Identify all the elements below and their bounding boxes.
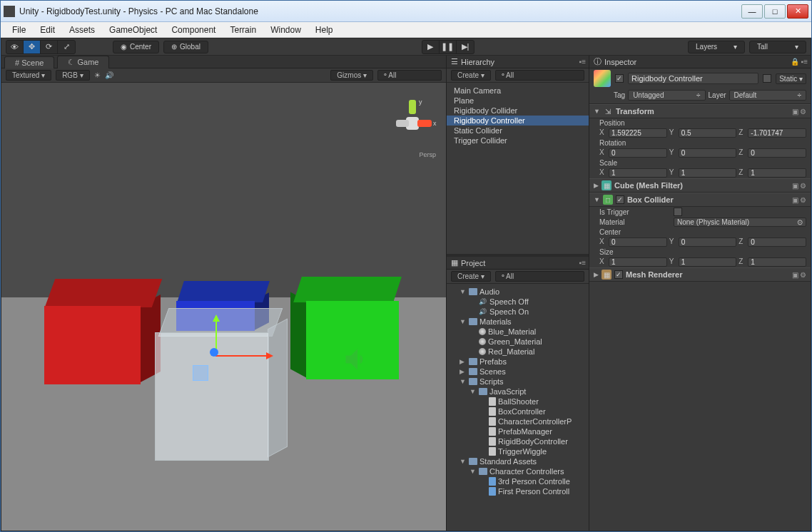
pivot-toggle[interactable]: ◉ Center <box>113 41 159 53</box>
position-y[interactable]: 0.5 <box>679 128 737 138</box>
menu-component[interactable]: Component <box>164 24 223 36</box>
boxcollider-component-header[interactable]: ▼□ ✓ Box Collider ▣ ⚙ <box>589 193 811 207</box>
project-item[interactable]: ▼Materials <box>447 317 589 327</box>
hierarchy-search[interactable]: ᵒ All <box>495 70 584 81</box>
light-toggle[interactable]: ☀ <box>94 71 101 79</box>
menu-terrain[interactable]: Terrain <box>223 24 263 36</box>
move-gizmo-x[interactable] <box>215 355 271 357</box>
rotation-x[interactable]: 0 <box>609 148 667 158</box>
project-item[interactable]: TriggerWiggle <box>447 446 589 456</box>
gameobject-name-field[interactable]: Rigidbody Controller <box>628 73 758 84</box>
meshrenderer-component-header[interactable]: ▶▦ ✓ Mesh Renderer ▣ ⚙ <box>589 267 811 282</box>
tag-dropdown[interactable]: Untagged÷ <box>628 90 705 101</box>
size-x[interactable]: 1 <box>609 257 667 267</box>
project-item[interactable]: ▼Standard Assets <box>447 456 589 466</box>
menu-help[interactable]: Help <box>308 24 340 36</box>
menu-file[interactable]: File <box>5 24 33 36</box>
project-item[interactable]: 3rd Person Controlle <box>447 476 589 486</box>
move-tool[interactable]: ✥ <box>24 41 41 53</box>
meshfilter-component-header[interactable]: ▶▦ Cube (Mesh Filter) ▣ ⚙ <box>589 178 811 193</box>
menu-edit[interactable]: Edit <box>33 24 62 36</box>
audio-toggle[interactable]: 🔊 <box>105 71 113 79</box>
rotation-y[interactable]: 0 <box>679 148 737 158</box>
scale-y[interactable]: 1 <box>679 168 737 178</box>
center-z[interactable]: 0 <box>748 237 806 247</box>
project-item[interactable]: CharacterControllerP <box>447 416 589 426</box>
pause-button[interactable]: ❚❚ <box>440 41 457 53</box>
gear-icon[interactable]: ⚙ <box>800 196 806 204</box>
size-z[interactable]: 1 <box>748 257 806 267</box>
maximize-button[interactable]: □ <box>764 4 786 19</box>
help-icon[interactable]: ▣ <box>792 271 798 279</box>
project-item[interactable]: Blue_Material <box>447 327 589 337</box>
meshrenderer-enabled-checkbox[interactable]: ✓ <box>614 270 623 279</box>
project-item[interactable]: ▶Prefabs <box>447 357 589 367</box>
rotation-z[interactable]: 0 <box>748 148 806 158</box>
project-item[interactable]: BoxController <box>447 406 589 416</box>
project-item[interactable]: BallShooter <box>447 397 589 406</box>
game-tab[interactable]: ☾ Game <box>57 56 109 68</box>
hierarchy-item[interactable]: Rigidbody Collider <box>447 106 589 116</box>
position-z[interactable]: -1.701747 <box>748 128 806 138</box>
orientation-gizmo[interactable]: y x <box>387 100 437 143</box>
titlebar[interactable]: Unity - RigidbodyTest.unity - Physics - … <box>1 1 811 22</box>
hand-tool[interactable]: 👁 <box>6 41 24 53</box>
menu-gameobject[interactable]: GameObject <box>102 24 164 36</box>
gear-icon[interactable]: ⚙ <box>800 271 806 279</box>
project-item[interactable]: 🔊Speech On <box>447 307 589 317</box>
scene-search[interactable]: ᵒ All <box>377 70 442 81</box>
center-x[interactable]: 0 <box>609 237 667 247</box>
boxcollider-enabled-checkbox[interactable]: ✓ <box>616 195 624 204</box>
gizmos-dropdown[interactable]: Gizmos ▾ <box>330 70 373 81</box>
project-item[interactable]: First Person Controll <box>447 486 589 496</box>
static-checkbox[interactable] <box>763 74 771 83</box>
move-gizmo-plane[interactable] <box>193 365 208 381</box>
scene-viewport[interactable]: y x Persp <box>1 83 446 531</box>
help-icon[interactable]: ▣ <box>792 108 798 116</box>
hierarchy-create-dropdown[interactable]: Create ▾ <box>451 70 491 81</box>
project-options-icon[interactable]: ▪≡ <box>579 259 586 267</box>
project-create-dropdown[interactable]: Create ▾ <box>451 271 491 282</box>
scene-tab[interactable]: # Scene <box>4 56 54 68</box>
shading-dropdown[interactable]: Textured ▾ <box>6 70 51 81</box>
center-y[interactable]: 0 <box>679 237 737 247</box>
istrigger-checkbox[interactable] <box>674 208 682 216</box>
project-item[interactable]: PrefabManager <box>447 426 589 436</box>
inspector-header[interactable]: ⓘ Inspector 🔒 ▪≡ <box>589 56 811 68</box>
project-tree[interactable]: ▼Audio🔊Speech Off🔊Speech On▼MaterialsBlu… <box>447 284 589 531</box>
project-item[interactable]: ▼Audio <box>447 287 589 297</box>
help-icon[interactable]: ▣ <box>792 196 798 204</box>
project-item[interactable]: ▼JavaScript <box>447 387 589 397</box>
menu-assets[interactable]: Assets <box>62 24 102 36</box>
hierarchy-item[interactable]: Rigidbody Controller <box>447 116 589 126</box>
layers-dropdown[interactable]: Layers▾ <box>688 41 745 53</box>
transform-component-header[interactable]: ▼⇲ Transform ▣ ⚙ <box>589 104 811 118</box>
hierarchy-item[interactable]: Main Camera <box>447 86 589 96</box>
project-item[interactable]: Green_Material <box>447 337 589 347</box>
gear-icon[interactable]: ⚙ <box>800 182 806 190</box>
hierarchy-item[interactable]: Static Collider <box>447 126 589 135</box>
position-x[interactable]: 1.592225 <box>609 128 667 138</box>
rendermode-dropdown[interactable]: RGB ▾ <box>56 70 89 81</box>
handle-toggle[interactable]: ⊕ Global <box>163 41 208 53</box>
physic-material-field[interactable]: None (Physic Material)⊙ <box>674 218 806 227</box>
inspector-options-icon[interactable]: 🔒 ▪≡ <box>791 58 808 66</box>
minimize-button[interactable]: — <box>741 4 763 19</box>
layout-dropdown[interactable]: Tall▾ <box>749 41 806 53</box>
project-item[interactable]: Red_Material <box>447 347 589 357</box>
hierarchy-list[interactable]: Main CameraPlaneRigidbody ColliderRigidb… <box>447 83 589 254</box>
move-gizmo-y[interactable] <box>215 317 217 351</box>
move-gizmo-z[interactable] <box>210 348 218 357</box>
hierarchy-item[interactable]: Plane <box>447 96 589 106</box>
project-item[interactable]: ▼Character Controllers <box>447 466 589 476</box>
help-icon[interactable]: ▣ <box>792 182 798 190</box>
project-item[interactable]: ▶Scenes <box>447 367 589 377</box>
hierarchy-header[interactable]: ☰ Hierarchy ▪≡ <box>447 56 589 68</box>
rotate-tool[interactable]: ⟳ <box>41 41 58 53</box>
close-button[interactable]: ✕ <box>787 4 808 19</box>
size-y[interactable]: 1 <box>679 257 737 267</box>
hierarchy-item[interactable]: Trigger Collider <box>447 135 589 145</box>
project-header[interactable]: ▦ Project ▪≡ <box>447 257 589 270</box>
menu-window[interactable]: Window <box>263 24 308 36</box>
project-item[interactable]: ▼Scripts <box>447 377 589 387</box>
